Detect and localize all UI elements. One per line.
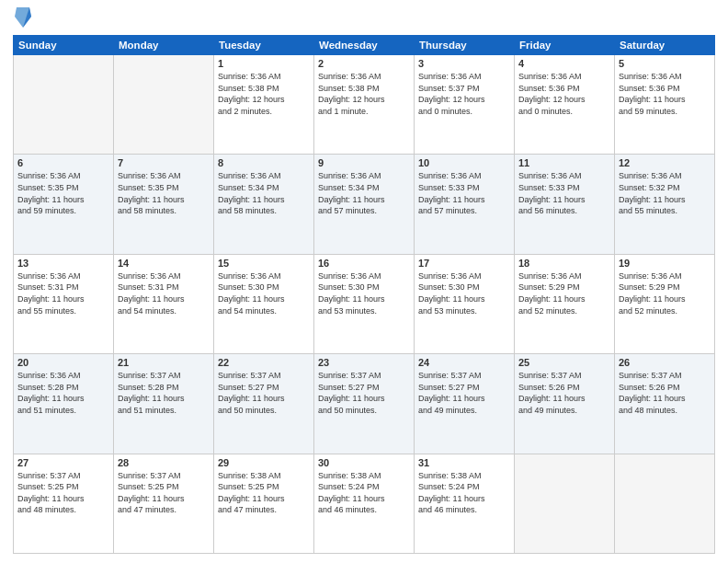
day-number: 16 (318, 258, 410, 269)
day-info: Sunrise: 5:36 AM Sunset: 5:30 PM Dayligh… (218, 270, 310, 316)
day-info: Sunrise: 5:36 AM Sunset: 5:29 PM Dayligh… (518, 270, 610, 316)
day-number: 24 (418, 357, 510, 368)
day-number: 20 (17, 357, 109, 368)
day-number: 1 (218, 58, 310, 69)
day-cell (114, 55, 214, 155)
day-number: 10 (418, 157, 510, 168)
day-number: 2 (318, 58, 410, 69)
day-info: Sunrise: 5:36 AM Sunset: 5:35 PM Dayligh… (17, 170, 109, 216)
day-number: 25 (518, 357, 610, 368)
day-info: Sunrise: 5:36 AM Sunset: 5:32 PM Dayligh… (619, 170, 711, 216)
day-cell: 25Sunrise: 5:37 AM Sunset: 5:26 PM Dayli… (515, 354, 615, 454)
day-info: Sunrise: 5:37 AM Sunset: 5:25 PM Dayligh… (17, 470, 109, 516)
day-number: 5 (619, 58, 711, 69)
day-number: 31 (418, 457, 510, 468)
day-info: Sunrise: 5:37 AM Sunset: 5:26 PM Dayligh… (619, 370, 711, 416)
day-number: 17 (418, 258, 510, 269)
week-row-5: 27Sunrise: 5:37 AM Sunset: 5:25 PM Dayli… (14, 454, 715, 553)
day-info: Sunrise: 5:36 AM Sunset: 5:28 PM Dayligh… (17, 370, 109, 416)
col-header-tuesday: Tuesday (214, 36, 314, 55)
day-info: Sunrise: 5:38 AM Sunset: 5:24 PM Dayligh… (318, 470, 410, 516)
day-cell: 1Sunrise: 5:36 AM Sunset: 5:38 PM Daylig… (214, 55, 314, 155)
col-header-sunday: Sunday (14, 36, 114, 55)
day-cell (14, 55, 114, 155)
day-info: Sunrise: 5:36 AM Sunset: 5:36 PM Dayligh… (619, 71, 711, 117)
day-number: 26 (619, 357, 711, 368)
day-number: 23 (318, 357, 410, 368)
day-number: 18 (518, 258, 610, 269)
day-info: Sunrise: 5:36 AM Sunset: 5:29 PM Dayligh… (619, 270, 711, 316)
day-cell: 3Sunrise: 5:36 AM Sunset: 5:37 PM Daylig… (415, 55, 515, 155)
day-cell: 12Sunrise: 5:36 AM Sunset: 5:32 PM Dayli… (615, 155, 715, 254)
day-number: 15 (218, 258, 310, 269)
col-header-thursday: Thursday (415, 36, 515, 55)
day-info: Sunrise: 5:36 AM Sunset: 5:33 PM Dayligh… (518, 170, 610, 216)
day-info: Sunrise: 5:38 AM Sunset: 5:25 PM Dayligh… (218, 470, 310, 516)
logo (13, 9, 31, 28)
day-info: Sunrise: 5:37 AM Sunset: 5:26 PM Dayligh… (518, 370, 610, 416)
day-cell: 31Sunrise: 5:38 AM Sunset: 5:24 PM Dayli… (415, 454, 515, 553)
day-cell: 16Sunrise: 5:36 AM Sunset: 5:30 PM Dayli… (314, 254, 415, 353)
col-header-monday: Monday (114, 36, 214, 55)
day-number: 19 (619, 258, 711, 269)
day-cell: 23Sunrise: 5:37 AM Sunset: 5:27 PM Dayli… (314, 354, 415, 454)
week-row-1: 1Sunrise: 5:36 AM Sunset: 5:38 PM Daylig… (14, 55, 715, 155)
week-row-3: 13Sunrise: 5:36 AM Sunset: 5:31 PM Dayli… (14, 254, 715, 353)
day-info: Sunrise: 5:38 AM Sunset: 5:24 PM Dayligh… (418, 470, 510, 516)
week-row-2: 6Sunrise: 5:36 AM Sunset: 5:35 PM Daylig… (14, 155, 715, 254)
day-info: Sunrise: 5:36 AM Sunset: 5:31 PM Dayligh… (17, 270, 109, 316)
day-cell: 26Sunrise: 5:37 AM Sunset: 5:26 PM Dayli… (615, 354, 715, 454)
day-info: Sunrise: 5:36 AM Sunset: 5:30 PM Dayligh… (318, 270, 410, 316)
col-header-friday: Friday (515, 36, 615, 55)
day-cell: 24Sunrise: 5:37 AM Sunset: 5:27 PM Dayli… (415, 354, 515, 454)
day-cell: 20Sunrise: 5:36 AM Sunset: 5:28 PM Dayli… (14, 354, 114, 454)
day-number: 11 (518, 157, 610, 168)
day-number: 12 (619, 157, 711, 168)
day-cell: 22Sunrise: 5:37 AM Sunset: 5:27 PM Dayli… (214, 354, 314, 454)
day-cell: 29Sunrise: 5:38 AM Sunset: 5:25 PM Dayli… (214, 454, 314, 553)
day-number: 4 (518, 58, 610, 69)
header (13, 9, 715, 28)
day-cell: 14Sunrise: 5:36 AM Sunset: 5:31 PM Dayli… (114, 254, 214, 353)
header-row: SundayMondayTuesdayWednesdayThursdayFrid… (14, 36, 715, 55)
day-info: Sunrise: 5:36 AM Sunset: 5:37 PM Dayligh… (418, 71, 510, 117)
calendar-table: SundayMondayTuesdayWednesdayThursdayFrid… (13, 35, 715, 554)
day-cell: 9Sunrise: 5:36 AM Sunset: 5:34 PM Daylig… (314, 155, 415, 254)
day-cell: 6Sunrise: 5:36 AM Sunset: 5:35 PM Daylig… (14, 155, 114, 254)
page: SundayMondayTuesdayWednesdayThursdayFrid… (0, 0, 728, 563)
day-info: Sunrise: 5:37 AM Sunset: 5:27 PM Dayligh… (318, 370, 410, 416)
day-cell: 13Sunrise: 5:36 AM Sunset: 5:31 PM Dayli… (14, 254, 114, 353)
day-cell: 7Sunrise: 5:36 AM Sunset: 5:35 PM Daylig… (114, 155, 214, 254)
day-info: Sunrise: 5:36 AM Sunset: 5:38 PM Dayligh… (318, 71, 410, 117)
day-cell: 11Sunrise: 5:36 AM Sunset: 5:33 PM Dayli… (515, 155, 615, 254)
day-cell: 2Sunrise: 5:36 AM Sunset: 5:38 PM Daylig… (314, 55, 415, 155)
col-header-wednesday: Wednesday (314, 36, 415, 55)
day-cell (615, 454, 715, 553)
day-number: 6 (17, 157, 109, 168)
day-cell: 27Sunrise: 5:37 AM Sunset: 5:25 PM Dayli… (14, 454, 114, 553)
day-number: 3 (418, 58, 510, 69)
day-info: Sunrise: 5:36 AM Sunset: 5:33 PM Dayligh… (418, 170, 510, 216)
day-cell (515, 454, 615, 553)
day-info: Sunrise: 5:37 AM Sunset: 5:27 PM Dayligh… (218, 370, 310, 416)
day-number: 30 (318, 457, 410, 468)
day-cell: 8Sunrise: 5:36 AM Sunset: 5:34 PM Daylig… (214, 155, 314, 254)
day-info: Sunrise: 5:37 AM Sunset: 5:25 PM Dayligh… (118, 470, 210, 516)
day-cell: 19Sunrise: 5:36 AM Sunset: 5:29 PM Dayli… (615, 254, 715, 353)
day-number: 7 (118, 157, 210, 168)
day-number: 9 (318, 157, 410, 168)
day-number: 29 (218, 457, 310, 468)
day-info: Sunrise: 5:36 AM Sunset: 5:31 PM Dayligh… (118, 270, 210, 316)
day-number: 13 (17, 258, 109, 269)
day-cell: 17Sunrise: 5:36 AM Sunset: 5:30 PM Dayli… (415, 254, 515, 353)
day-number: 21 (118, 357, 210, 368)
day-cell: 15Sunrise: 5:36 AM Sunset: 5:30 PM Dayli… (214, 254, 314, 353)
day-cell: 4Sunrise: 5:36 AM Sunset: 5:36 PM Daylig… (515, 55, 615, 155)
day-number: 14 (118, 258, 210, 269)
day-number: 27 (17, 457, 109, 468)
day-cell: 28Sunrise: 5:37 AM Sunset: 5:25 PM Dayli… (114, 454, 214, 553)
day-info: Sunrise: 5:36 AM Sunset: 5:30 PM Dayligh… (418, 270, 510, 316)
col-header-saturday: Saturday (615, 36, 715, 55)
day-cell: 10Sunrise: 5:36 AM Sunset: 5:33 PM Dayli… (415, 155, 515, 254)
day-info: Sunrise: 5:36 AM Sunset: 5:34 PM Dayligh… (218, 170, 310, 216)
